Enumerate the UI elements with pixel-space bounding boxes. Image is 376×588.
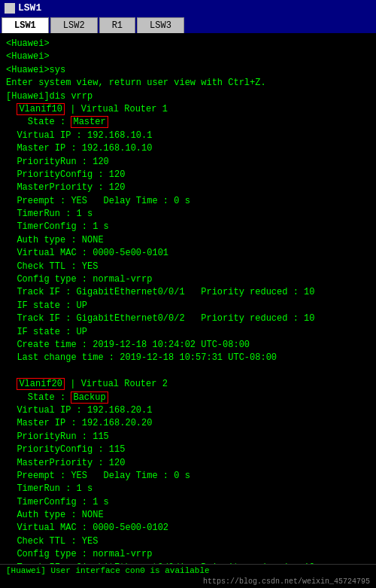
vrrp2-line-6: TimerRun : 1 s — [6, 483, 370, 495]
window-icon — [5, 3, 15, 14]
main-window: LSW1 LSW1 LSW2 R1 LSW3 <Huawei> <Huawei>… — [0, 0, 376, 588]
vrrp2-line-5: Preempt : YES Delay Time : 0 s — [6, 470, 370, 483]
vrrp2-line-3: PriorityConfig : 115 — [6, 443, 370, 456]
url-text: https://blog.csdn.net/weixin_45724795 — [203, 577, 370, 586]
vrrp1-line-11: Config type : normal-vrrp — [6, 273, 370, 286]
vrrp2-router-label: Virtual Router 2 — [81, 379, 168, 389]
vrrp2-line-10: Check TTL : YES — [6, 535, 370, 548]
vrrp1-state-value: Master — [71, 116, 108, 128]
vrrp1-line-9: Virtual MAC : 0000-5e00-0101 — [6, 247, 370, 260]
window-title: LSW1 — [18, 2, 41, 14]
vrrp1-state-line: State : Master — [6, 116, 370, 129]
terminal-line-1: <Huawei> — [6, 38, 370, 50]
bottom-status-text: [Huawei] User interface con0 is availabl… — [6, 566, 210, 575]
terminal-line-2: <Huawei> — [6, 50, 370, 63]
tabs-bar: LSW1 LSW2 R1 LSW3 — [0, 16, 376, 33]
vrrp1-line-10: Check TTL : YES — [6, 260, 370, 273]
vrrp2-state-line: State : Backup — [6, 391, 370, 404]
title-bar: LSW1 — [0, 0, 376, 16]
bottom-status-bar: [Huawei] User interface con0 is availabl… — [0, 564, 376, 577]
vrrp1-line-17: Last change time : 2019-12-18 10:57:31 U… — [6, 352, 370, 364]
vrrp1-header: Vlanif10 | Virtual Router 1 — [6, 103, 370, 116]
terminal-line-5: [Huawei]dis vrrp — [6, 90, 370, 103]
vrrp1-line-6: TimerRun : 1 s — [6, 208, 370, 221]
vrrp-separator — [6, 365, 370, 378]
vrrp1-line-13: IF state : UP — [6, 300, 370, 312]
vrrp1-line-16: Create time : 2019-12-18 10:24:02 UTC-08… — [6, 339, 370, 352]
vrrp2-state-value: Backup — [71, 391, 108, 404]
vrrp1-line-1: Master IP : 192.168.10.10 — [6, 142, 370, 155]
tab-LSW2[interactable]: LSW2 — [50, 17, 98, 33]
vrrp1-line-0: Virtual IP : 192.168.10.1 — [6, 129, 370, 142]
url-bar: https://blog.csdn.net/weixin_45724795 — [0, 577, 376, 588]
vrrp1-line-4: MasterPriority : 120 — [6, 181, 370, 194]
vrrp1-line-8: Auth type : NONE — [6, 234, 370, 247]
vrrp1-line-12: Track IF : GigabitEthernet0/0/1 Priority… — [6, 286, 370, 299]
vrrp2-state-label: State : — [28, 392, 65, 403]
vrrp1-line-2: PriorityRun : 120 — [6, 156, 370, 169]
vrrp2-line-7: TimerConfig : 1 s — [6, 496, 370, 509]
vrrp1-line-15: IF state : UP — [6, 326, 370, 339]
vrrp1-router-label: Virtual Router 1 — [81, 104, 168, 114]
vrrp1-line-7: TimerConfig : 1 s — [6, 221, 370, 233]
vrrp1-line-14: Track IF : GigabitEthernet0/0/2 Priority… — [6, 312, 370, 325]
vrrp2-vlanif: Vlanif20 — [17, 378, 65, 390]
terminal-line-4: Enter system view, return user view with… — [6, 77, 370, 90]
vrrp2-line-1: Master IP : 192.168.20.20 — [6, 417, 370, 430]
vrrp2-header: Vlanif20 | Virtual Router 2 — [6, 378, 370, 391]
vrrp1-state-label: State : — [28, 117, 65, 127]
terminal-line-3: <Huawei>sys — [6, 64, 370, 77]
tab-LSW1[interactable]: LSW1 — [2, 17, 49, 33]
vrrp1-line-3: PriorityConfig : 120 — [6, 169, 370, 181]
vrrp2-line-9: Virtual MAC : 0000-5e00-0102 — [6, 522, 370, 535]
vrrp1-line-5: Preempt : YES Delay Time : 0 s — [6, 195, 370, 208]
tab-LSW3[interactable]: LSW3 — [137, 17, 184, 33]
vrrp2-line-8: Auth type : NONE — [6, 509, 370, 522]
vrrp2-line-0: Virtual IP : 192.168.20.1 — [6, 404, 370, 417]
tab-R1[interactable]: R1 — [99, 17, 135, 33]
vrrp2-line-2: PriorityRun : 115 — [6, 431, 370, 443]
vrrp1-vlanif: Vlanif10 — [17, 103, 65, 115]
terminal-output: <Huawei> <Huawei> <Huawei>sys Enter syst… — [0, 33, 376, 564]
vrrp2-line-4: MasterPriority : 120 — [6, 457, 370, 470]
vrrp2-line-11: Config type : normal-vrrp — [6, 548, 370, 561]
